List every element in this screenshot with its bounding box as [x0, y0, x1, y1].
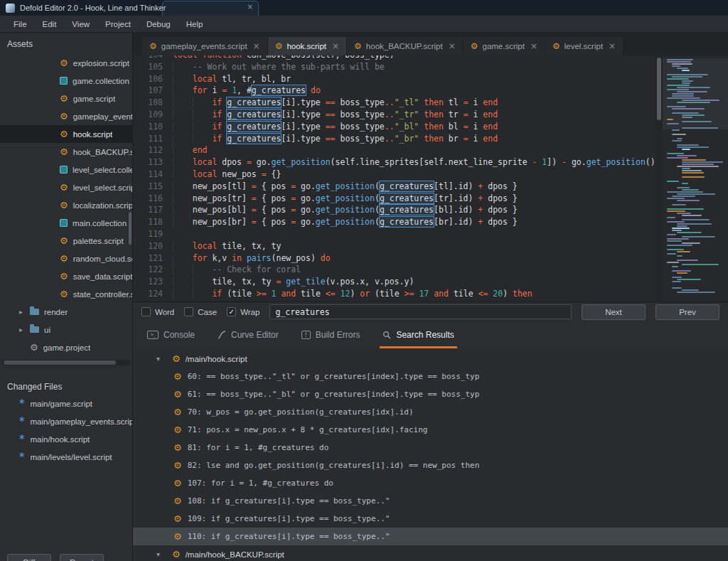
search-result-item[interactable]: ⚙110: if g_creatures[i].type == boss_typ… [133, 528, 728, 545]
search-result-item[interactable]: ⚙60: == boss_type.."_tl" or g_creatures[… [133, 368, 728, 385]
horizontal-scrollbar-thumb[interactable] [4, 360, 116, 365]
code-line[interactable]: 116 new_pos[tr] = { pos = go.get_positio… [133, 193, 655, 205]
sidebar-asset-item[interactable]: ⚙palettes.script [0, 232, 132, 250]
code-line[interactable]: 122 -- Check for coral [133, 264, 655, 276]
editor-tab[interactable]: ⚙hook_BACKUP.script× [347, 37, 464, 55]
sidebar-asset-item[interactable]: game.collection [0, 72, 132, 90]
sidebar-asset-item[interactable]: ⚙save_data.script [0, 267, 132, 285]
search-result-item[interactable]: ⚙71: pos.x = new_pos.x + 8 * g_creatures… [133, 421, 728, 439]
match-case-checkbox[interactable]: Case [184, 307, 217, 316]
search-input[interactable] [269, 304, 572, 319]
code-line[interactable]: 123 tile, tx, ty = get_tile(v.pos.x, v.p… [133, 276, 655, 288]
changed-file-item[interactable]: *main/gameplay_events.script [0, 412, 132, 430]
sidebar-asset-item[interactable]: ⚙localization.script [0, 196, 132, 214]
bottom-tab-curve[interactable]: Curve Editor [209, 321, 287, 348]
minimap-line [667, 285, 724, 287]
menu-project[interactable]: Project [97, 18, 139, 31]
find-next-button[interactable]: Next [582, 304, 646, 320]
code-line[interactable]: 124 if (tile >= 1 and tile <= 12) or (ti… [133, 288, 655, 300]
code-line[interactable]: 121 for k,v in pairs(new_pos) do [133, 252, 655, 265]
search-result-item[interactable]: ⚙107: for i = 1, #g_creatures do [133, 474, 728, 492]
bottom-tab-build[interactable]: !Build Errors [293, 321, 369, 348]
tab-close-icon[interactable]: × [332, 41, 339, 51]
menu-view[interactable]: View [64, 18, 97, 31]
tab-close-icon[interactable]: × [609, 41, 616, 51]
vertical-scrollbar-thumb[interactable] [657, 58, 661, 120]
sidebar-asset-item[interactable]: ⚙explosion.script [0, 54, 132, 72]
revert-button[interactable]: Revert [60, 554, 104, 561]
editor-tab[interactable]: ⚙hook.script× [268, 37, 347, 55]
sidebar-asset-item[interactable]: ⚙state_controller.script [0, 285, 132, 303]
sidebar-asset-item[interactable]: ⚙level_select.script [0, 178, 132, 196]
line-number: 106 [133, 73, 173, 85]
search-result-item[interactable]: ⚙70: w_pos = go.get_position(g_creatures… [133, 403, 728, 421]
sidebar-project-file[interactable]: ⚙game.project [0, 338, 132, 356]
editor-tab[interactable]: ⚙gameplay_events.script× [142, 37, 268, 55]
code-line[interactable]: 105 -- Work out where the sub-parts will… [133, 61, 655, 73]
sidebar-asset-item[interactable]: ⚙game.script [0, 90, 132, 107]
minimap-line [677, 144, 699, 146]
code-line[interactable]: 107 for i = 1, #g_creatures do [133, 85, 655, 97]
tab-close-icon[interactable]: × [530, 41, 537, 51]
wrap-checkbox[interactable]: ✓ Wrap [227, 307, 259, 316]
search-result-item[interactable]: ⚙108: if g_creatures[i].type == boss_typ… [133, 492, 728, 510]
find-prev-button[interactable]: Prev [655, 304, 719, 320]
code-line[interactable]: 104local function can_move_boss(self, bo… [133, 55, 655, 61]
bottom-tab-search[interactable]: Search Results [374, 321, 462, 348]
code-line[interactable]: 119 [133, 228, 655, 240]
bottom-tab-console[interactable]: >_Console [139, 321, 203, 348]
defold-logo-icon [6, 4, 15, 13]
menu-file[interactable]: File [6, 18, 35, 31]
minimap-line [672, 196, 695, 197]
tab-close-icon[interactable]: × [449, 41, 456, 51]
code-line[interactable]: 114 local new_pos = {} [133, 169, 655, 181]
diff-button[interactable]: Diff [7, 554, 51, 561]
search-result-group[interactable]: ▾⚙/main/hook.script [133, 350, 728, 368]
sidebar-folder-item[interactable]: ▸ui [0, 321, 132, 338]
changed-file-item[interactable]: *main/game.script [0, 395, 132, 412]
sidebar-asset-item[interactable]: ⚙hook_BACKUP.script [0, 143, 132, 161]
minimap[interactable] [663, 55, 728, 301]
code-line[interactable]: 106 local tl, tr, bl, br [133, 73, 655, 85]
search-result-item[interactable]: ⚙82: lse and go.get_position(g_creatures… [133, 456, 728, 474]
code-line[interactable]: 118 new_pos[br] = { pos = go.get_positio… [133, 216, 655, 228]
code-line[interactable]: 110 if g_creatures[i].type == boss_type.… [133, 121, 655, 133]
search-result-group[interactable]: ▾⚙/main/hook_BACKUP.script [133, 545, 728, 561]
sidebar-folder-item[interactable]: ▸render [0, 303, 132, 321]
code-line[interactable]: 113 local dpos = go.get_position(self.li… [133, 156, 655, 169]
assets-vertical-scrollbar[interactable] [129, 212, 132, 245]
sidebar-asset-item[interactable]: ⚙gameplay_events.script [0, 107, 132, 125]
editor-tab[interactable]: ⚙game.script× [464, 37, 545, 55]
code-line[interactable]: 109 if g_creatures[i].type == boss_type.… [133, 109, 655, 121]
tab-close-icon[interactable]: × [253, 41, 260, 51]
editor-tab[interactable]: ⚙level.script× [545, 37, 623, 55]
editor-vertical-scrollbar[interactable] [655, 55, 663, 301]
menu-edit[interactable]: Edit [35, 18, 65, 31]
background-window-tab: × [162, 1, 259, 16]
search-result-item[interactable]: ⚙109: if g_creatures[i].type == boss_typ… [133, 510, 728, 528]
code-line[interactable]: 120 local tile, tx, ty [133, 240, 655, 252]
code-line[interactable]: 112 end [133, 144, 655, 156]
menu-debug[interactable]: Debug [139, 18, 178, 31]
changed-file-item[interactable]: *main/levels/level.script [0, 448, 132, 466]
changed-files-title: Changed Files [0, 375, 132, 395]
code-line[interactable]: 111 if g_creatures[i].type == boss_type.… [133, 133, 655, 145]
minimap-line [682, 168, 690, 169]
menu-help[interactable]: Help [178, 18, 211, 31]
code-line[interactable]: 117 new_pos[bl] = { pos = go.get_positio… [133, 204, 655, 216]
whole-word-checkbox[interactable]: Word [141, 307, 174, 316]
checkbox-label: Word [155, 308, 174, 316]
code-line[interactable]: 108 if g_creatures[i].type == boss_type.… [133, 97, 655, 109]
code-line[interactable]: 115 new_pos[tl] = { pos = go.get_positio… [133, 181, 655, 193]
code-editor[interactable]: 104local function can_move_boss(self, bo… [133, 55, 728, 301]
sidebar-asset-item[interactable]: level_select.collection [0, 161, 132, 178]
sidebar-asset-item[interactable]: main.collection [0, 214, 132, 232]
assets-horizontal-scrollbar[interactable] [2, 360, 130, 365]
code-area[interactable]: 104local function can_move_boss(self, bo… [133, 55, 655, 301]
minimap-line [682, 183, 688, 184]
sidebar-asset-item[interactable]: ⚙random_cloud.script [0, 250, 132, 267]
changed-file-item[interactable]: *main/hook.script [0, 430, 132, 448]
sidebar-asset-item[interactable]: ⚙hook.script [0, 125, 132, 143]
search-result-item[interactable]: ⚙61: == boss_type.."_bl" or g_creatures[… [133, 385, 728, 403]
search-result-item[interactable]: ⚙81: for i = 1, #g_creatures do [133, 439, 728, 456]
